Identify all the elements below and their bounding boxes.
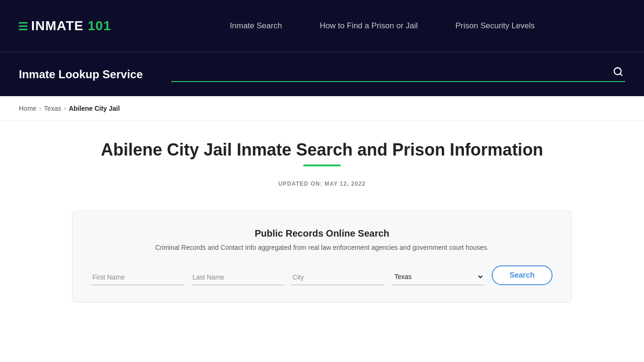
nav-link-security-levels[interactable]: Prison Security Levels: [455, 21, 535, 31]
nav-link-inmate-search[interactable]: Inmate Search: [230, 21, 282, 31]
top-navigation: INMATE 101 Inmate Search How to Find a P…: [0, 0, 644, 52]
last-name-input[interactable]: [191, 270, 284, 285]
search-form: AlabamaAlaskaArizonaArkansasCaliforniaCo…: [91, 265, 553, 285]
card-title: Public Records Online Search: [91, 228, 553, 239]
breadcrumb-sep-2: ›: [64, 105, 66, 112]
search-banner: Inmate Lookup Service: [0, 52, 644, 96]
state-field: AlabamaAlaskaArizonaArkansasCaliforniaCo…: [391, 269, 484, 285]
logo[interactable]: INMATE 101: [19, 18, 111, 33]
logo-bars-icon: [19, 22, 27, 30]
breadcrumb-current: Abilene City Jail: [69, 105, 120, 112]
search-banner-title: Inmate Lookup Service: [19, 68, 143, 81]
state-select[interactable]: AlabamaAlaskaArizonaArkansasCaliforniaCo…: [391, 269, 484, 285]
public-records-card: Public Records Online Search Criminal Re…: [72, 211, 572, 303]
search-input-wrap: [171, 66, 625, 82]
nav-links: Inmate Search How to Find a Prison or Ja…: [140, 21, 625, 31]
city-field: [291, 270, 384, 285]
card-description: Criminal Records and Contact Info aggreg…: [91, 244, 553, 251]
breadcrumb-sep-1: ›: [39, 105, 41, 112]
breadcrumb: Home › Texas › Abilene City Jail: [0, 96, 644, 121]
updated-text: UPDATED ON: MAY 12, 2022: [72, 181, 572, 187]
breadcrumb-state[interactable]: Texas: [44, 105, 61, 112]
breadcrumb-home[interactable]: Home: [19, 105, 36, 112]
svg-line-1: [620, 74, 622, 75]
first-name-input[interactable]: [91, 270, 184, 285]
city-input[interactable]: [291, 270, 384, 285]
page-title-underline: [303, 165, 341, 166]
last-name-field: [191, 270, 284, 285]
search-icon: [613, 66, 623, 77]
search-submit-button[interactable]: [611, 66, 625, 79]
nav-link-how-to-find[interactable]: How to Find a Prison or Jail: [320, 21, 418, 31]
main-content: Abilene City Jail Inmate Search and Pris…: [63, 121, 581, 331]
search-button[interactable]: Search: [492, 265, 553, 285]
search-input[interactable]: [171, 69, 611, 77]
logo-text: INMATE 101: [31, 18, 111, 33]
first-name-field: [91, 270, 184, 285]
page-title: Abilene City Jail Inmate Search and Pris…: [72, 140, 572, 160]
